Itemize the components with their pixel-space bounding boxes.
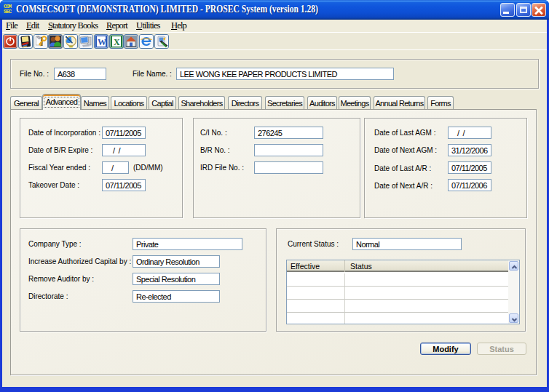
svg-text:X: X [114, 36, 120, 47]
svg-text:W: W [98, 36, 106, 47]
